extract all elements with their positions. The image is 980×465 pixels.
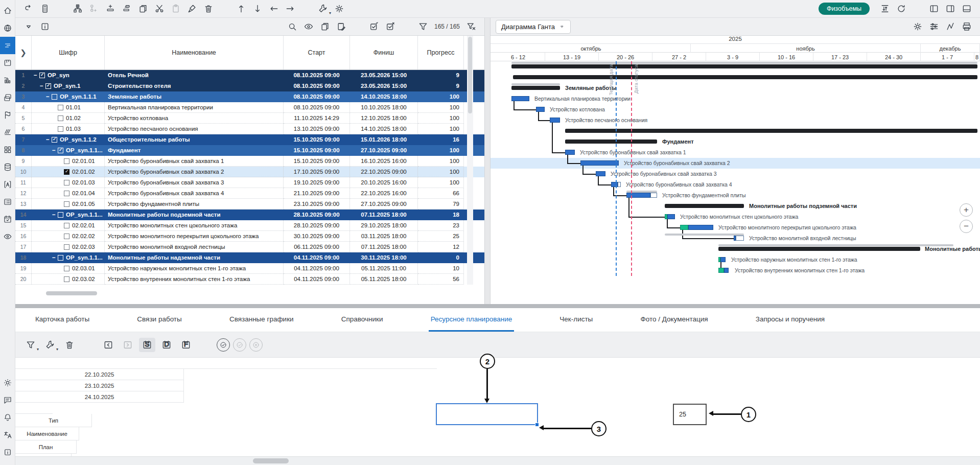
layout-bottom-panel-icon[interactable] xyxy=(959,2,975,16)
theme-icon[interactable] xyxy=(0,374,15,391)
separator[interactable] xyxy=(349,19,366,34)
task-row[interactable]: 15 02.02.01 Устройство монолитных стен ц… xyxy=(15,220,484,231)
task-checkbox[interactable] xyxy=(64,201,69,207)
notifications-icon[interactable] xyxy=(0,409,15,426)
pane-splitter[interactable] xyxy=(484,18,491,304)
task-checkbox[interactable] xyxy=(58,126,63,132)
sync-icon[interactable] xyxy=(877,2,893,16)
search-icon[interactable] xyxy=(284,19,300,34)
add-link-icon[interactable] xyxy=(86,2,102,16)
spacer[interactable] xyxy=(0,245,15,374)
task-row[interactable]: 3 − OP_syn.1.1.1 Земляные работы 08.10.2… xyxy=(15,91,484,102)
hatch-icon[interactable] xyxy=(0,124,15,141)
copy-pages-icon[interactable] xyxy=(317,19,333,34)
approve-all-icon[interactable] xyxy=(217,338,230,352)
bottom-scrollbar[interactable] xyxy=(0,456,980,465)
task-row[interactable]: 14 − OP_syn.1.1... Монолитные работы под… xyxy=(15,210,484,220)
table-vertical-scrollbar[interactable] xyxy=(467,36,473,285)
task-checkbox[interactable] xyxy=(64,244,69,250)
copy-icon[interactable] xyxy=(135,2,151,16)
calendar-check-icon[interactable] xyxy=(0,211,15,228)
resource-delete-icon[interactable] xyxy=(61,338,78,352)
format-brush-icon[interactable] xyxy=(184,2,200,16)
task-checkbox[interactable] xyxy=(64,276,69,282)
comments-icon[interactable] xyxy=(0,391,15,409)
tab[interactable]: Ресурсное планирование xyxy=(429,308,515,332)
task-row[interactable]: 10 02.01.02 Устройство буронабивных свай… xyxy=(15,167,484,177)
about-icon[interactable] xyxy=(0,444,15,461)
task-row[interactable]: 9 02.01.01 Устройство буронабивных свай … xyxy=(15,156,484,167)
gantt-bar-segment[interactable] xyxy=(596,171,605,176)
task-checkbox[interactable] xyxy=(64,180,69,185)
resource-cell[interactable]: Наименование xyxy=(15,427,79,440)
gantt-bar-segment[interactable] xyxy=(550,118,560,123)
task-row[interactable]: 17 02.02.03 Устройство монолитной входно… xyxy=(15,242,484,252)
gantt-bar-segment[interactable] xyxy=(736,236,744,241)
collapse-icon[interactable]: − xyxy=(40,83,44,89)
tab[interactable]: Связанные графики xyxy=(227,308,296,332)
tab[interactable]: Фото / Документация xyxy=(638,308,710,332)
gantt-bar-segment[interactable] xyxy=(626,193,650,198)
task-row[interactable]: 1 − OP_syn Отель Речной 08.10.2025 09:00… xyxy=(15,70,484,81)
task-row[interactable]: 6 01.03 Устройство песчаного основания 1… xyxy=(15,124,484,134)
check-all-icon[interactable] xyxy=(366,19,382,34)
fact-edit-input[interactable]: 25 xyxy=(673,404,707,425)
resource-tools-icon[interactable] xyxy=(42,338,58,352)
paste-icon[interactable] xyxy=(168,2,184,16)
tab[interactable]: Чек-листы xyxy=(557,308,595,332)
task-checkbox[interactable] xyxy=(58,105,63,110)
separator[interactable] xyxy=(909,2,926,16)
add-child-task-icon[interactable] xyxy=(69,2,86,16)
separator[interactable] xyxy=(81,338,97,352)
column-header-start[interactable]: Старт xyxy=(284,36,350,69)
gantt-bar-segment[interactable] xyxy=(580,160,619,166)
duplicate-row-icon[interactable] xyxy=(119,2,135,16)
table-horizontal-scrollbar[interactable] xyxy=(46,291,97,295)
task-checkbox[interactable] xyxy=(64,169,69,175)
gantt-options-icon[interactable] xyxy=(926,19,942,34)
layout-split-panel-icon[interactable] xyxy=(942,2,959,16)
task-row[interactable]: 7 − OP_syn.1.1.2 Общестроительные работы… xyxy=(15,134,484,145)
kanban-icon[interactable] xyxy=(0,54,15,72)
tab[interactable]: Карточка работы xyxy=(33,308,91,332)
gantt-bar-segment[interactable] xyxy=(565,140,657,144)
resource-cell[interactable]: 22.10.2025 xyxy=(15,369,184,380)
gantt-bar-segment[interactable] xyxy=(536,107,545,112)
task-row[interactable]: 8 − OP_syn.1.1... Фундамент 15.10.2025 0… xyxy=(15,145,484,156)
scrollbar-thumb[interactable] xyxy=(253,458,289,463)
task-checkbox[interactable] xyxy=(58,148,63,153)
gantt-bar-segment[interactable] xyxy=(718,268,724,273)
task-checkbox[interactable] xyxy=(58,212,63,218)
filter-icon[interactable] xyxy=(415,19,431,34)
schedule-icon[interactable] xyxy=(0,37,15,54)
task-checkbox[interactable] xyxy=(58,115,63,121)
watch-icon[interactable] xyxy=(0,228,15,245)
task-row[interactable]: 5 01.02 Устройство котлована 11.10.2025 … xyxy=(15,113,484,124)
task-checkbox[interactable] xyxy=(64,158,69,164)
resource-cell[interactable] xyxy=(15,358,437,369)
task-checkbox[interactable] xyxy=(39,73,45,78)
gantt-bar-segment[interactable] xyxy=(718,247,920,251)
uncheck-all-icon[interactable] xyxy=(382,19,399,34)
visibility-icon[interactable] xyxy=(300,19,317,34)
task-row[interactable]: 12 02.01.04 Устройство буронабивных свай… xyxy=(15,188,484,199)
collapse-icon[interactable]: − xyxy=(46,94,51,100)
modules-icon[interactable] xyxy=(0,141,15,158)
resource-cell[interactable] xyxy=(15,403,53,414)
resource-filter-icon[interactable] xyxy=(22,338,39,352)
gantt-bar-segment[interactable] xyxy=(618,182,621,187)
zoom-out-button[interactable]: − xyxy=(960,220,973,233)
move-down-icon[interactable] xyxy=(249,2,266,16)
database-icon[interactable] xyxy=(0,158,15,176)
task-row[interactable]: 4 01.01 Вертикальная планировка территор… xyxy=(15,102,484,113)
critical-path-icon[interactable] xyxy=(942,19,959,34)
language-icon[interactable] xyxy=(0,426,15,444)
column-header-progress[interactable]: Прогресс xyxy=(418,36,464,69)
gantt-bar-segment[interactable] xyxy=(718,244,953,246)
task-row[interactable]: 2 − OP_syn.1 Строительство отеля 08.10.2… xyxy=(15,81,484,91)
task-row[interactable]: 19 02.03.01 Устройство наружных монолитн… xyxy=(15,263,484,274)
tab[interactable]: Запросы и поручения xyxy=(754,308,827,332)
gantt-bar-segment[interactable] xyxy=(565,129,977,133)
home-icon[interactable] xyxy=(0,2,15,19)
cut-icon[interactable] xyxy=(151,2,168,16)
